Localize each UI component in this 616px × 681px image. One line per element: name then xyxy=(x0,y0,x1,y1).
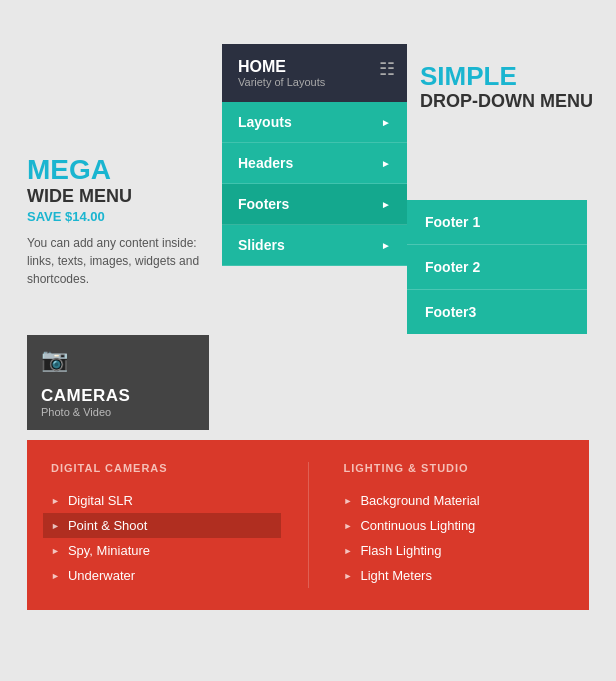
arrow-icon: ► xyxy=(344,496,353,506)
footer-sub-item-1[interactable]: Footer 1 xyxy=(407,200,587,245)
list-item-point-shoot[interactable]: ► Point & Shoot xyxy=(43,513,281,538)
camera-icon: 📷 xyxy=(41,347,68,373)
wide-menu-label: WIDE MENU xyxy=(27,186,217,207)
nav-dropdown: HOME Variety of Layouts ☷ Layouts ► Head… xyxy=(222,44,407,266)
list-item-light-meters[interactable]: ► Light Meters xyxy=(344,563,566,588)
mega-title: MEGA xyxy=(27,155,217,186)
home-label: HOME xyxy=(238,58,325,76)
mega-menu-bottom: DIGITAL CAMERAS ► Digital SLR ► Point & … xyxy=(27,440,589,610)
chevron-right-icon: ► xyxy=(381,158,391,169)
dropdown-label: DROP-DOWN MENU xyxy=(420,91,610,113)
chevron-right-icon: ► xyxy=(381,117,391,128)
digital-cameras-title: DIGITAL CAMERAS xyxy=(51,462,273,474)
nav-item-layouts[interactable]: Layouts ► xyxy=(222,102,407,143)
nav-item-sliders[interactable]: Sliders ► xyxy=(222,225,407,266)
arrow-icon: ► xyxy=(51,546,60,556)
camera-title: CAMERAS xyxy=(41,386,130,406)
arrow-icon: ► xyxy=(51,571,60,581)
arrow-icon: ► xyxy=(344,571,353,581)
chevron-right-icon: ► xyxy=(381,199,391,210)
list-item-continuous-lighting[interactable]: ► Continuous Lighting xyxy=(344,513,566,538)
grid-icon: ☷ xyxy=(379,58,395,80)
simple-dropdown-label: SIMPLE DROP-DOWN MENU xyxy=(420,62,610,112)
list-item-background-material[interactable]: ► Background Material xyxy=(344,488,566,513)
simple-title: SIMPLE xyxy=(420,62,610,91)
mega-menu-label: MEGA WIDE MENU SAVE $14.00 You can add a… xyxy=(27,155,217,288)
lighting-studio-title: LIGHTING & STUDIO xyxy=(344,462,566,474)
nav-item-footers[interactable]: Footers ► xyxy=(222,184,407,225)
camera-subtitle: Photo & Video xyxy=(41,406,111,418)
list-item-flash-lighting[interactable]: ► Flash Lighting xyxy=(344,538,566,563)
mega-col-cameras: DIGITAL CAMERAS ► Digital SLR ► Point & … xyxy=(51,462,273,588)
list-item-spy-miniature[interactable]: ► Spy, Miniature xyxy=(51,538,273,563)
nav-items: Layouts ► Headers ► Footers ► Sliders ► xyxy=(222,102,407,266)
arrow-icon: ► xyxy=(51,521,60,531)
arrow-icon: ► xyxy=(344,521,353,531)
camera-box[interactable]: 📷 CAMERAS Photo & Video xyxy=(27,335,209,430)
mega-description: You can add any content inside: links, t… xyxy=(27,234,217,288)
save-label: SAVE $14.00 xyxy=(27,209,217,224)
footer-sub-item-3[interactable]: Footer3 xyxy=(407,290,587,334)
arrow-icon: ► xyxy=(344,546,353,556)
arrow-icon: ► xyxy=(51,496,60,506)
list-item-digital-slr[interactable]: ► Digital SLR xyxy=(51,488,273,513)
nav-home-item[interactable]: HOME Variety of Layouts ☷ xyxy=(222,44,407,102)
chevron-right-icon: ► xyxy=(381,240,391,251)
mega-col-lighting: LIGHTING & STUDIO ► Background Material … xyxy=(344,462,566,588)
list-item-underwater[interactable]: ► Underwater xyxy=(51,563,273,588)
column-divider xyxy=(308,462,309,588)
home-sub: Variety of Layouts xyxy=(238,76,325,88)
nav-item-headers[interactable]: Headers ► xyxy=(222,143,407,184)
footer-sub-item-2[interactable]: Footer 2 xyxy=(407,245,587,290)
footers-submenu: Footer 1 Footer 2 Footer3 xyxy=(407,200,587,334)
